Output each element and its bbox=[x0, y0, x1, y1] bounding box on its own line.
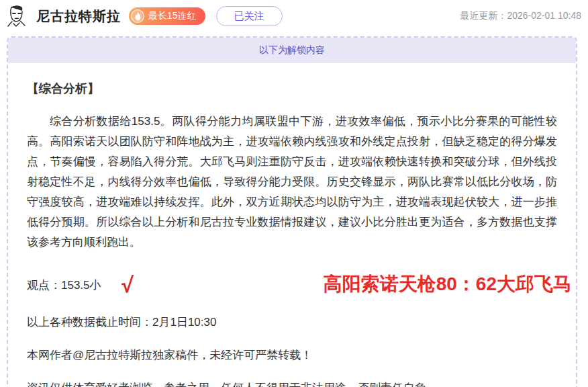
last-update-label: 最近更新： bbox=[460, 10, 507, 21]
author-name: 尼古拉特斯拉 bbox=[36, 7, 121, 26]
red-checkmark-icon: √ bbox=[121, 273, 134, 296]
tesla-portrait-icon bbox=[3, 3, 29, 29]
follow-button[interactable]: 已关注 bbox=[216, 6, 283, 26]
disclaimer-line: 资讯仅供体育爱好者浏览、参考之用。任何人不得用于非法用途，否则责任自负。 bbox=[27, 380, 557, 387]
streak-badge-label: 最长15连红 bbox=[148, 10, 197, 22]
analysis-paragraph: 综合分析数据给153.5。两队得分能力均属联盟中下游，进攻效率偏低，预示小比分赛… bbox=[27, 112, 557, 253]
author-header: 尼古拉特斯拉 最长15连红 已关注 最近更新：2026-02-01 10:48 bbox=[0, 0, 588, 32]
last-update: 最近更新：2026-02-01 10:48 bbox=[460, 10, 581, 22]
section-title: 【综合分析】 bbox=[27, 81, 557, 97]
final-score-stamp: 高阳索诺天枪80：62大邱飞马 bbox=[324, 271, 572, 297]
unlock-banner-text: 以下为解锁内容 bbox=[259, 44, 325, 56]
streak-badge: 最长15连红 bbox=[129, 7, 205, 25]
analysis-article: 【综合分析】 综合分析数据给153.5。两队得分能力均属联盟中下游，进攻效率偏低… bbox=[8, 63, 576, 387]
copyright-line: 本网作者@尼古拉特斯拉独家稿件，未经许可严禁转载！ bbox=[27, 347, 557, 363]
flame-icon bbox=[131, 9, 144, 23]
last-update-time: 2026-02-01 10:48 bbox=[507, 10, 581, 21]
unlock-banner: 以下为解锁内容 bbox=[8, 38, 576, 63]
viewpoint-row: 观点：153.5小 √ 高阳索诺天枪80：62大邱飞马 bbox=[27, 273, 557, 297]
unlocked-content-box: 以下为解锁内容 【综合分析】 综合分析数据给153.5。两队得分能力均属联盟中下… bbox=[7, 36, 577, 387]
author-avatar[interactable] bbox=[3, 3, 30, 30]
viewpoint-label: 观点：153.5小 bbox=[27, 277, 101, 293]
data-cutoff-line: 以上各种数据截止时间：2月1日10:30 bbox=[27, 314, 557, 330]
